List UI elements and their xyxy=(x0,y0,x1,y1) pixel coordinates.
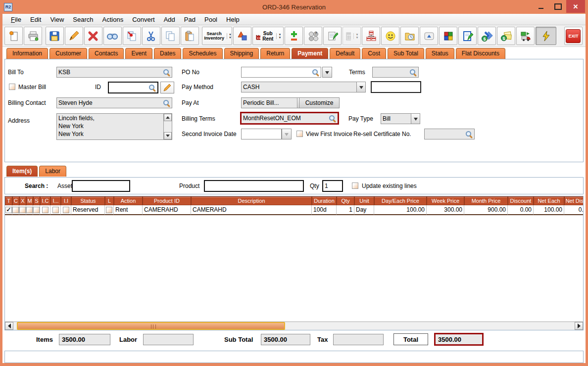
find-button[interactable] xyxy=(103,27,122,45)
assembly-cubes-button[interactable] xyxy=(439,27,457,45)
tab-status[interactable]: Status xyxy=(426,48,454,59)
row-checkbox-ii[interactable] xyxy=(63,207,69,213)
qty-input[interactable]: 1 xyxy=(322,180,343,192)
column-header[interactable]: I.C xyxy=(40,196,50,205)
maximize-icon[interactable] xyxy=(549,0,566,13)
column-header[interactable]: Net Disc... xyxy=(564,196,584,205)
menu-file[interactable]: File xyxy=(6,15,26,24)
duplicate-button[interactable] xyxy=(123,27,141,45)
tab-return[interactable]: Return xyxy=(260,48,290,59)
column-header[interactable]: Unit xyxy=(354,196,374,205)
tab-information[interactable]: Information xyxy=(6,48,48,59)
tab-flat-discounts[interactable]: Flat Discounts xyxy=(456,48,505,59)
column-header[interactable]: L xyxy=(105,196,114,205)
pay-method-aux-field[interactable] xyxy=(371,81,421,93)
tab-dates[interactable]: Dates xyxy=(154,48,181,59)
add-remove-line-button[interactable] xyxy=(285,27,303,45)
menu-edit[interactable]: Edit xyxy=(26,15,46,24)
column-header[interactable]: X xyxy=(19,196,26,205)
menu-pad[interactable]: Pad xyxy=(180,15,200,24)
menu-convert[interactable]: Convert xyxy=(128,15,159,24)
lookup-icon[interactable] xyxy=(329,115,336,122)
column-header[interactable]: Status xyxy=(71,196,105,205)
address-scrollbar[interactable] xyxy=(163,114,172,139)
po-no-dropdown-button[interactable] xyxy=(322,67,332,78)
row-checkbox-t[interactable] xyxy=(5,207,12,213)
column-header[interactable]: S xyxy=(33,196,40,205)
second-invoice-date-dropdown-button[interactable] xyxy=(282,129,292,139)
menu-actions[interactable]: Actions xyxy=(98,15,128,24)
update-existing-lines-checkbox[interactable] xyxy=(352,183,358,189)
folder-history-button[interactable] xyxy=(400,27,419,45)
asset-input[interactable] xyxy=(72,180,130,192)
payment-forward-button[interactable]: $ xyxy=(478,27,496,45)
table-row[interactable]: Reserved Rent CAMERAHD CAMERAHD 100d 1 D… xyxy=(5,205,584,215)
po-no-field[interactable] xyxy=(241,67,321,78)
scroll-right-icon[interactable] xyxy=(575,322,583,330)
search-inventory-button[interactable]: SearchInventory ▼▼ xyxy=(202,27,232,45)
search-inventory-dropdown-icon[interactable]: ▼▼ xyxy=(227,33,232,39)
pay-method-dropdown[interactable]: CASH xyxy=(241,82,366,92)
pay-at-dropdown[interactable]: Periodic Bill... xyxy=(241,97,306,108)
tab-shipping[interactable]: Shipping xyxy=(224,48,259,59)
table-horizontal-scrollbar[interactable] xyxy=(5,321,583,330)
tab-default[interactable]: Default xyxy=(330,48,360,59)
edit-document-button[interactable] xyxy=(458,27,477,45)
scroll-up-icon[interactable] xyxy=(164,114,172,121)
keyboard-key-button[interactable] xyxy=(420,27,438,45)
calendar-button[interactable]: ▼▼ xyxy=(343,27,361,45)
column-header[interactable]: M xyxy=(26,196,33,205)
view-first-invoice-checkbox[interactable] xyxy=(296,131,303,137)
tab-cost[interactable]: Cost xyxy=(362,48,386,59)
cut-button[interactable] xyxy=(142,27,160,45)
lookup-icon[interactable] xyxy=(148,84,156,92)
pool-spheres-button[interactable]: ? xyxy=(304,27,322,45)
delivery-truck-button[interactable] xyxy=(516,27,535,45)
scroll-left-icon[interactable] xyxy=(5,322,13,330)
lookup-icon[interactable] xyxy=(163,99,170,107)
column-header[interactable]: C xyxy=(12,196,19,205)
row-checkbox-c[interactable] xyxy=(12,207,19,213)
column-header[interactable]: Month Price xyxy=(464,196,508,205)
tab-labor[interactable]: Labor xyxy=(39,166,66,177)
column-header[interactable]: I... xyxy=(50,196,61,205)
column-header[interactable]: T xyxy=(5,196,12,205)
exit-button[interactable]: EXIT xyxy=(564,27,583,45)
menu-help[interactable]: Help xyxy=(222,15,244,24)
billing-terms-field[interactable]: MonthResetON_EOM xyxy=(240,112,339,125)
menu-search[interactable]: Search xyxy=(68,15,98,24)
column-header[interactable]: Week Price xyxy=(427,196,464,205)
sub-rent-dropdown-icon[interactable]: ▼▼ xyxy=(276,33,281,39)
edit-id-button[interactable] xyxy=(160,82,174,93)
notes-pad-button[interactable] xyxy=(323,27,342,45)
quick-lightning-button[interactable] xyxy=(536,27,556,45)
copy-button[interactable] xyxy=(161,27,180,45)
column-header[interactable]: Day/Each Price xyxy=(374,196,427,205)
paste-button[interactable] xyxy=(181,27,199,45)
sub-rent-button[interactable]: Sub Rent ▼▼ xyxy=(252,27,284,45)
tab-customer[interactable]: Customer xyxy=(49,48,87,59)
menu-pool[interactable]: Pool xyxy=(200,15,222,24)
row-checkbox-m[interactable] xyxy=(26,207,33,213)
contact-smiley-button[interactable] xyxy=(381,27,399,45)
new-button[interactable] xyxy=(4,27,23,45)
column-header[interactable]: Product ID xyxy=(143,196,191,205)
row-checkbox-s[interactable] xyxy=(33,207,40,213)
row-checkbox-l[interactable] xyxy=(106,207,112,213)
lookup-icon[interactable] xyxy=(312,69,319,76)
save-button[interactable] xyxy=(46,27,64,45)
chevron-down-icon[interactable] xyxy=(356,82,365,92)
minimize-icon[interactable] xyxy=(533,0,549,13)
product-input[interactable] xyxy=(204,180,304,192)
pay-type-dropdown[interactable]: Bill xyxy=(381,113,420,124)
tab-payment[interactable]: Payment xyxy=(292,48,328,59)
tab-schedules[interactable]: Schedules xyxy=(183,48,222,59)
row-checkbox-i[interactable] xyxy=(52,207,59,213)
column-header[interactable]: I.I xyxy=(61,196,71,205)
tab-items[interactable]: Item(s) xyxy=(6,166,38,177)
scrollbar-thumb[interactable] xyxy=(17,322,285,330)
column-header[interactable]: Action xyxy=(114,196,143,205)
lookup-icon[interactable] xyxy=(163,69,170,76)
column-header[interactable]: Description xyxy=(191,196,312,205)
column-header[interactable]: Qty xyxy=(337,196,354,205)
